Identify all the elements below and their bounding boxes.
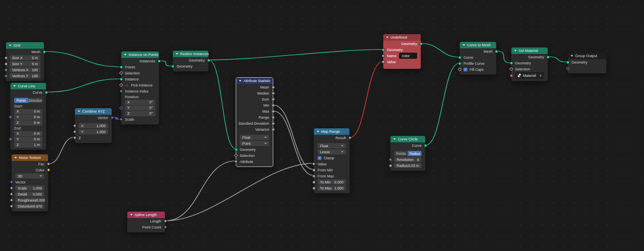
end-z-field[interactable]: Z1 m [14,142,42,148]
rotation-z-field[interactable]: Z0° [125,111,155,116]
node-instance-on-points-header[interactable]: Instance on Points [121,51,159,58]
rotation-x-field[interactable]: X0° [125,100,155,105]
scale-slider[interactable]: Scale1.000 [15,185,44,191]
wire-curvetomesh-to-setmaterial[interactable] [497,51,511,63]
socket-range-out[interactable] [272,116,275,119]
node-noise-texture[interactable]: Noise Texture Fac Color 3D Vector Scale1… [11,154,48,212]
wire-attrstat-min-to-frommin[interactable] [273,105,314,169]
domain-dropdown[interactable]: Point [240,141,269,146]
node-curve-line[interactable]: Curve Line Curve Points Direction Start:… [10,82,46,150]
socket-points-in[interactable] [120,66,123,69]
radius-slider[interactable]: Radius0.03 m [394,163,422,168]
points-mode-button[interactable]: Points [394,151,408,156]
socket-name-in[interactable] [382,54,385,58]
wire-attrstat-max-to-frommax[interactable] [273,111,314,175]
node-spline-length-header[interactable]: Spline Length [127,212,165,218]
socket-from-min-in[interactable] [312,169,316,172]
data-type-dropdown[interactable]: Float [240,135,269,140]
node-combine-xyz[interactable]: Combine XYZ Vector X1.000 Y1.000 Z [75,108,112,143]
socket-instance-in[interactable] [120,78,123,81]
node-attribute-statistic-header[interactable]: Attribute Statistic [236,78,273,84]
socket-max-out[interactable] [272,110,275,113]
wire-splinelength-to-attribute[interactable] [165,161,236,221]
to-min-slider[interactable]: To Min0.000 [318,179,346,185]
collapse-chevron-icon[interactable] [15,157,17,158]
collapse-chevron-icon[interactable] [463,44,465,46]
wire-curveline-to-instance[interactable] [46,79,121,92]
socket-curve-out[interactable] [45,91,48,94]
to-max-slider[interactable]: To Max1.000 [318,185,346,191]
socket-geometry-in[interactable] [566,61,569,64]
node-editor-canvas[interactable]: Grid Mesh Size X5 m Size Y5 m Vertices X… [0,0,644,251]
wire-maprange-result-to-undefined-value[interactable] [350,62,383,138]
detail-slider[interactable]: Detail0.000 [15,191,44,197]
fill-caps-checkbox[interactable]: ✓ [463,68,467,72]
socket-variance-out[interactable] [272,128,275,131]
node-undefined-header[interactable]: Undefined [383,34,421,41]
radius-mode-button[interactable]: Radius [408,151,422,156]
socket-instances-out[interactable] [158,60,161,63]
node-realize-instances[interactable]: Realize Instances Geometry Geometry [172,50,209,72]
distortion-slider[interactable]: Distortion0.670 [15,204,44,209]
node-instance-on-points[interactable]: Instance on Points Instances Points Sele… [121,51,159,125]
node-noise-texture-header[interactable]: Noise Texture [12,154,48,161]
socket-resolution-in[interactable] [389,158,392,161]
collapse-chevron-icon[interactable] [317,131,319,132]
collapse-chevron-icon[interactable] [386,37,388,38]
collapse-chevron-icon[interactable] [130,214,133,216]
wire-splinelength-to-maprange-value[interactable] [165,163,314,221]
socket-mesh-out[interactable] [43,50,46,53]
socket-profile-curve-in[interactable] [458,62,461,65]
socket-median-out[interactable] [272,92,275,95]
node-curve-to-mesh-header[interactable]: Curve to Mesh [460,42,496,48]
wire-curvecircle-to-profile[interactable] [426,63,459,145]
end-x-field[interactable]: X0 m [14,131,42,136]
start-x-field[interactable]: X0 m [14,109,42,114]
socket-size-x[interactable] [4,56,8,60]
node-group-output-header[interactable]: Group Output [568,53,606,59]
socket-geometry-in[interactable] [510,62,513,65]
socket-value-in[interactable] [382,60,385,64]
collapse-chevron-icon[interactable] [176,53,178,55]
node-undefined[interactable]: Undefined Geometry Geometry Namecolor Va… [383,34,421,69]
wire-instances-to-realize[interactable] [159,61,172,66]
start-z-field[interactable]: Z0 m [14,120,42,126]
wire-setmaterial-to-groupoutput[interactable] [548,57,567,62]
unlink-material-icon[interactable]: × [540,74,542,78]
socket-virtual-in[interactable] [566,67,569,70]
vertices-y-slider[interactable]: Vertices Y100 [10,73,40,78]
node-spline-length[interactable]: Spline Length Length Point Count [127,211,165,232]
node-realize-instances-header[interactable]: Realize Instances [173,51,208,57]
rotation-y-field[interactable]: Y0° [125,105,155,111]
collapse-chevron-icon[interactable] [393,138,396,140]
node-curve-line-header[interactable]: Curve Line [10,83,46,89]
y-slider[interactable]: Y1.000 [79,129,108,134]
wire-undefined-to-curvetomesh-curve[interactable] [421,43,459,57]
socket-from-max-in[interactable] [312,175,316,178]
wire-noise-fac-to-combine-z[interactable] [48,137,75,164]
size-x-slider[interactable]: Size X5 m [10,55,40,60]
resolution-slider[interactable]: Resolution6 [394,157,422,162]
collapse-chevron-icon[interactable] [124,54,127,56]
wire-realize-to-attrstat-geometry[interactable] [209,60,236,149]
node-map-range[interactable]: Map Range Result Float Linear ✓Clamp Val… [314,128,350,193]
node-curve-to-mesh[interactable]: Curve to Mesh Mesh Curve Profile Curve ✓… [459,41,497,75]
node-curve-circle-header[interactable]: Curve Circle [391,136,425,142]
direction-mode-button[interactable]: Direction [28,98,42,103]
socket-mean-out[interactable] [272,86,275,89]
collapse-chevron-icon[interactable] [239,80,241,82]
socket-curve-out[interactable] [424,144,427,147]
node-set-material-header[interactable]: Set Material [511,47,548,54]
material-selector[interactable]: Material × [515,72,544,79]
socket-material-in[interactable] [510,74,513,77]
dimensions-dropdown[interactable]: 3D [15,173,44,179]
data-type-dropdown[interactable]: Float [318,143,346,148]
socket-to-min-in[interactable] [312,181,316,184]
socket-geometry-out[interactable] [420,42,423,45]
name-text-field[interactable]: color [399,53,417,59]
collapse-chevron-icon[interactable] [9,45,11,46]
end-y-field[interactable]: Y0 m [14,137,42,142]
socket-geometry-out[interactable] [546,56,550,59]
vertices-x-slider[interactable]: Vertices X100 [10,67,40,72]
socket-geometry-in[interactable] [235,148,238,151]
